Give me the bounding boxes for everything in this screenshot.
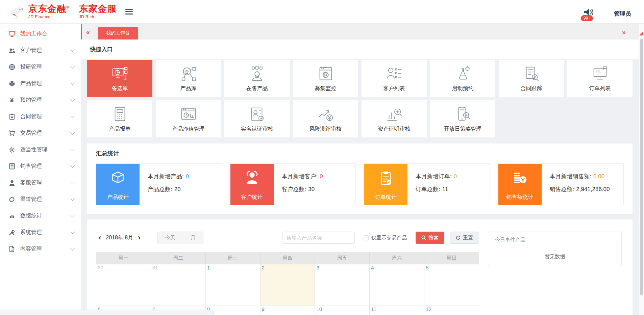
- stat-line: 客户总数:30: [282, 185, 323, 193]
- calendar-cell[interactable]: 8: [205, 306, 260, 315]
- sidebar-item-suitability[interactable]: 适当性管理: [0, 141, 81, 158]
- calculator-icon: [8, 163, 15, 170]
- sidebar-item-trading[interactable]: 交易管理: [0, 125, 81, 141]
- cube-stat-icon: [110, 170, 125, 185]
- notification-speaker[interactable]: 99+: [584, 5, 595, 19]
- search-icon: [421, 235, 426, 240]
- chevron-down-icon: [70, 230, 75, 234]
- sidebar-item-sales[interactable]: 销售管理: [0, 158, 81, 175]
- summary-section: 汇总统计 产品统计 本月新增产品:0 产品总数:20: [87, 143, 633, 214]
- search-button[interactable]: 搜索: [416, 232, 444, 244]
- registered-mark: ®: [66, 5, 69, 9]
- sidebar-item-workbench[interactable]: 我的工作台: [0, 26, 81, 42]
- sidebar-item-statistics[interactable]: 数据统计: [0, 208, 81, 224]
- sidebar-item-reservations[interactable]: ¥ 预约管理: [0, 92, 81, 108]
- tab-workbench[interactable]: 我的工作台: [98, 27, 138, 40]
- page-scrollbar[interactable]: [639, 24, 644, 315]
- prev-month-button[interactable]: ‹: [96, 233, 104, 243]
- launch-gear-icon: [454, 65, 472, 83]
- sidebar-item-system[interactable]: 系统管理: [0, 224, 81, 241]
- stat-line: 本月新增订单:0: [416, 173, 457, 180]
- stat-value-total: 30: [308, 186, 315, 192]
- checkbox[interactable]: [364, 235, 369, 240]
- tile-fundraising-monitor[interactable]: 募集监控: [293, 60, 358, 97]
- day-header: 周四: [260, 252, 315, 264]
- scroll-top-arrow-icon[interactable]: [639, 32, 643, 35]
- stat-card-products: 产品统计 本月新增产品:0 产品总数:20: [96, 163, 222, 205]
- tile-openday-strategy[interactable]: 开放日策略管理: [430, 100, 495, 137]
- calendar-cell[interactable]: 3: [315, 264, 370, 306]
- calendar-cell[interactable]: 30: [96, 264, 151, 306]
- chevron-down-icon: [70, 81, 75, 85]
- tile-nav-management[interactable]: 产品净值管理: [156, 100, 221, 137]
- risk-gauge-icon: [317, 105, 335, 124]
- sidebar-item-products[interactable]: 产品管理: [0, 75, 81, 92]
- calculator-doc-icon: [111, 105, 129, 124]
- summary-title: 汇总统计: [96, 150, 624, 157]
- share-cycle-icon: [8, 196, 15, 203]
- sidebar-item-research[interactable]: 投研管理: [0, 59, 81, 75]
- stat-value-total: 2,941,286.00: [576, 186, 610, 192]
- calendar-cell[interactable]: 4: [370, 264, 424, 306]
- tile-onsale-products[interactable]: 在售产品: [224, 60, 290, 97]
- sidebar-nav: 我的工作台 客户管理 投研管理 产品管理 ¥ 预约管理 合同管理 交易管理 适当…: [0, 24, 81, 315]
- chevron-down-icon: [70, 163, 75, 168]
- reset-button[interactable]: 重置: [450, 232, 479, 244]
- sidebar-item-channels[interactable]: 渠道管理: [0, 191, 81, 208]
- tile-realname-audit[interactable]: 实名认证审核: [224, 100, 290, 137]
- sidebar-item-content[interactable]: 内容管理: [0, 241, 81, 257]
- chevron-down-icon: [70, 114, 75, 118]
- menu-toggle-icon[interactable]: [125, 9, 133, 15]
- users-icon: [8, 47, 15, 54]
- today-events-title: 今日事件产品: [488, 232, 621, 248]
- trade-only-checkbox-wrap[interactable]: 仅显示交易产品: [364, 235, 407, 241]
- stat-value-new: 0.00: [593, 173, 604, 180]
- monitor-icon: [8, 31, 15, 37]
- tile-product-library[interactable]: 产品库: [156, 60, 221, 97]
- main-area: « 我的工作台 » 快捷入口 备选库 产品库: [81, 24, 639, 315]
- calendar-cell[interactable]: 9: [260, 306, 315, 315]
- calendar-cell[interactable]: 1: [205, 264, 260, 306]
- stat-value-total: 20: [174, 186, 181, 192]
- tile-start-reservation[interactable]: 启动预约: [430, 60, 495, 97]
- tile-asset-proof-audit[interactable]: 资产证明审核: [362, 100, 427, 137]
- lifebuoy-icon: [8, 64, 15, 71]
- user-menu[interactable]: 管理员: [614, 5, 631, 18]
- calendar-cell[interactable]: 5: [424, 264, 479, 306]
- tile-contract-tracking[interactable]: 合同跟踪: [499, 60, 564, 97]
- calendar-cell[interactable]: 10: [315, 306, 370, 315]
- stat-value-new: 0: [454, 173, 457, 180]
- tile-customer-list[interactable]: 客户列表: [362, 60, 427, 97]
- calendar-cell[interactable]: 11: [370, 306, 424, 315]
- sidebar-item-contracts[interactable]: 合同管理: [0, 108, 81, 125]
- contract-tracking-icon: [522, 65, 541, 83]
- chevron-down-icon: [70, 130, 75, 135]
- tabs-scroll-right[interactable]: »: [618, 28, 629, 40]
- quick-entry-grid: 备选库 产品库 在售产品 募集监控: [87, 60, 633, 137]
- tile-candidate-pool[interactable]: 备选库: [87, 60, 152, 97]
- tabs-scroll-left[interactable]: «: [82, 28, 93, 40]
- stat-line: 产品总数:20: [148, 185, 189, 193]
- no-data-text: 暂无数据: [488, 248, 621, 266]
- scrollbar-thumb[interactable]: [640, 39, 643, 295]
- tile-order-list[interactable]: 订单列表: [567, 60, 633, 97]
- browser-gear-icon: [317, 65, 335, 83]
- product-search-input[interactable]: [282, 232, 355, 244]
- tile-product-declaration[interactable]: 产品报单: [87, 100, 152, 137]
- calendar-grid: 周一 周二 周三 周四 周五 周六 周日 30 31: [96, 252, 479, 315]
- document-icon: [8, 246, 15, 253]
- month-view-button[interactable]: 月: [183, 232, 203, 244]
- jd-dog-mascot-icon: [9, 4, 25, 20]
- calendar-cell[interactable]: 31: [151, 264, 205, 306]
- yen-icon: ¥: [8, 97, 15, 104]
- sidebar-item-customers[interactable]: 客户管理: [0, 42, 81, 59]
- calendar-cell-today[interactable]: 2: [260, 264, 315, 306]
- tile-risk-assessment-audit[interactable]: 风险测评审核: [293, 100, 358, 137]
- calendar-toolbar: ‹ 2018年 8月 › 今天 月 仅显示交易产品 搜索: [96, 232, 479, 244]
- sidebar-item-service[interactable]: 客服管理: [0, 175, 81, 191]
- next-month-button[interactable]: ›: [135, 233, 143, 243]
- chevron-down-icon: [70, 64, 75, 69]
- today-button[interactable]: 今天: [158, 232, 183, 244]
- stat-line: 本月新增销售额:0.00: [550, 173, 610, 180]
- calendar-cell[interactable]: 12: [424, 306, 479, 315]
